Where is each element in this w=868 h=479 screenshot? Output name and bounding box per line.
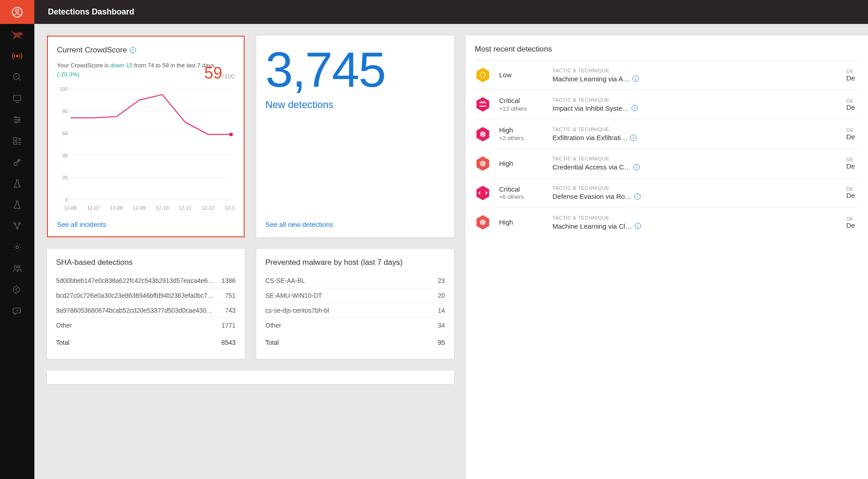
info-icon[interactable]: i bbox=[632, 75, 639, 82]
recent-detections-card: Most recent detections Low TACTIC & TECH… bbox=[466, 36, 868, 479]
header: Detections Dashboard bbox=[34, 0, 868, 24]
search-icon[interactable] bbox=[0, 66, 34, 88]
crowdscore-chart: 02040608010012-0612-0712-0812-0912-1012-… bbox=[57, 87, 235, 213]
sha-detections-card: SHA-based detections 5d00bbeb147e0c838a6… bbox=[47, 249, 245, 359]
info-icon[interactable]: i bbox=[635, 223, 641, 229]
new-detections-count: 3,745 bbox=[265, 45, 445, 94]
meteor-icon[interactable] bbox=[0, 151, 34, 173]
svg-rect-4 bbox=[14, 95, 21, 100]
info-icon[interactable]: i bbox=[634, 193, 641, 200]
see-all-incidents-link[interactable]: See all incidents bbox=[57, 221, 106, 228]
svg-text:60: 60 bbox=[62, 131, 68, 136]
malware-by-host-card: Prevented malware by host (last 7 days) … bbox=[256, 249, 454, 359]
detection-row[interactable]: Critical+13 others TACTIC & TECHNIQUE Im… bbox=[475, 89, 859, 119]
svg-point-10 bbox=[14, 162, 17, 165]
severity-label: Critical+6 others bbox=[499, 185, 544, 201]
flask-icon[interactable] bbox=[0, 173, 34, 194]
severity-icon bbox=[475, 96, 491, 113]
severity-icon bbox=[475, 126, 491, 142]
info-icon[interactable]: i bbox=[633, 164, 640, 170]
tactic-column: TACTIC & TECHNIQUE Machine Learning via … bbox=[552, 68, 838, 83]
svg-text:40: 40 bbox=[62, 153, 68, 158]
svg-text:12-12: 12-12 bbox=[202, 205, 214, 211]
bottom-card bbox=[47, 371, 454, 384]
svg-point-38 bbox=[229, 132, 233, 136]
sun-icon[interactable] bbox=[0, 236, 34, 258]
layout-icon[interactable] bbox=[0, 130, 34, 151]
tactic-column: TACTIC & TECHNIQUE Impact via Inhibit Sy… bbox=[552, 97, 838, 112]
severity-icon bbox=[475, 155, 491, 172]
de-column: DE De bbox=[846, 216, 859, 229]
svg-marker-39 bbox=[476, 68, 489, 82]
see-all-new-detections-link[interactable]: See all new detections bbox=[265, 221, 445, 228]
severity-label: High bbox=[499, 159, 544, 168]
sha-row[interactable]: 5d00bbeb147e0c838a622fc42c543b2913d57eac… bbox=[56, 273, 236, 288]
swirl-icon[interactable] bbox=[0, 279, 34, 300]
new-detections-label: New detections bbox=[265, 99, 445, 111]
tactic-column: TACTIC & TECHNIQUE Defense Evasion via R… bbox=[552, 185, 838, 200]
svg-text:12-08: 12-08 bbox=[110, 205, 123, 211]
chat-icon[interactable] bbox=[0, 300, 34, 321]
network-icon[interactable] bbox=[0, 215, 34, 236]
sidebar bbox=[0, 0, 34, 479]
falcon-icon[interactable] bbox=[0, 24, 34, 45]
svg-point-13 bbox=[16, 227, 18, 229]
content: Current CrowdScore i Your CrowdScore is … bbox=[34, 24, 868, 479]
severity-label: High+2 others bbox=[499, 126, 544, 142]
sha-title: SHA-based detections bbox=[56, 258, 236, 267]
page-title: Detections Dashboard bbox=[48, 7, 134, 17]
svg-point-5 bbox=[15, 116, 17, 118]
malware-title: Prevented malware by host (last 7 days) bbox=[265, 258, 445, 267]
crowdscore-card: Current CrowdScore i Your CrowdScore is … bbox=[47, 36, 245, 237]
recent-title: Most recent detections bbox=[475, 45, 859, 54]
svg-text:12-10: 12-10 bbox=[156, 205, 169, 211]
tactic-column: TACTIC & TECHNIQUE Credential Access via… bbox=[552, 156, 838, 171]
svg-point-15 bbox=[14, 265, 17, 268]
crowdscore-title: Current CrowdScore i bbox=[57, 46, 235, 55]
malware-row[interactable]: cs-se-djs-centos7bh-bl14 bbox=[265, 303, 445, 318]
svg-point-16 bbox=[18, 265, 20, 268]
sha-row[interactable]: Other1771 bbox=[56, 318, 236, 333]
monitor-icon[interactable] bbox=[0, 88, 34, 109]
sha-row[interactable]: 9a9786053680674bcab52cd20e53377d503d0cae… bbox=[56, 303, 236, 318]
de-column: DE De bbox=[846, 98, 859, 111]
sha-total-row: Total 8543 bbox=[56, 333, 236, 350]
crowdscore-title-text: Current CrowdScore bbox=[57, 46, 127, 55]
svg-point-2 bbox=[16, 55, 18, 57]
svg-rect-8 bbox=[14, 137, 17, 140]
detection-row[interactable]: Critical+6 others TACTIC & TECHNIQUE Def… bbox=[475, 178, 859, 207]
new-detections-card: 3,745 New detections See all new detecti… bbox=[256, 36, 454, 237]
svg-text:12-09: 12-09 bbox=[133, 205, 146, 211]
sliders-icon[interactable] bbox=[0, 109, 34, 130]
info-icon[interactable]: i bbox=[130, 47, 136, 53]
severity-icon bbox=[475, 185, 491, 201]
de-column: DE De bbox=[846, 157, 859, 170]
sidebar-user-button[interactable] bbox=[0, 0, 34, 24]
svg-rect-9 bbox=[14, 141, 17, 144]
malware-row[interactable]: Other34 bbox=[265, 318, 445, 333]
users-icon[interactable] bbox=[0, 258, 34, 279]
detection-row[interactable]: High TACTIC & TECHNIQUE Credential Acces… bbox=[475, 149, 859, 178]
malware-row[interactable]: SE-AMU-WIN10-DT20 bbox=[265, 288, 445, 303]
svg-point-14 bbox=[16, 246, 19, 249]
de-column: DE De bbox=[846, 127, 859, 141]
svg-marker-41 bbox=[476, 97, 489, 112]
svg-point-1 bbox=[16, 9, 19, 12]
info-icon[interactable]: i bbox=[630, 135, 637, 141]
detection-row[interactable]: High TACTIC & TECHNIQUE Machine Learning… bbox=[475, 207, 859, 237]
detection-row[interactable]: Low TACTIC & TECHNIQUE Machine Learning … bbox=[475, 60, 859, 89]
svg-text:20: 20 bbox=[62, 175, 68, 180]
svg-point-12 bbox=[19, 222, 21, 224]
flask2-icon[interactable] bbox=[0, 194, 34, 215]
activity-icon[interactable] bbox=[0, 45, 34, 66]
sha-row[interactable]: bcd27c0c726e0a30c23e8636946bffd94b2363ef… bbox=[56, 288, 236, 303]
severity-label: Low bbox=[499, 70, 544, 80]
info-icon[interactable]: i bbox=[632, 105, 638, 111]
malware-row[interactable]: CS-SE-AA-BL23 bbox=[265, 273, 445, 288]
severity-icon bbox=[475, 67, 491, 83]
svg-text:12-06: 12-06 bbox=[64, 205, 77, 211]
tactic-column: TACTIC & TECHNIQUE Exfiltration via Exfi… bbox=[552, 127, 838, 141]
svg-point-11 bbox=[14, 222, 16, 224]
severity-label: Critical+13 others bbox=[499, 96, 544, 113]
detection-row[interactable]: High+2 others TACTIC & TECHNIQUE Exfiltr… bbox=[475, 119, 859, 148]
